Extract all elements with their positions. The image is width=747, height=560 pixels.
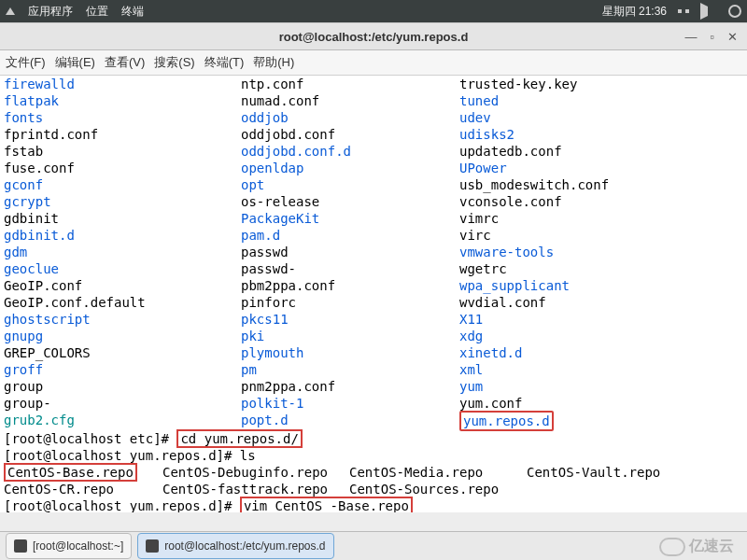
ls-row: fstaboddjobd.conf.dupdatedb.conf [4, 143, 743, 160]
clock[interactable]: 星期四 21:36 [602, 4, 667, 20]
ls-entry: gdbinit [4, 211, 59, 226]
ls-entry: passwd- [241, 261, 296, 276]
taskbar: [root@localhost:~] root@localhost:/etc/y… [0, 531, 747, 560]
ls-entry: firewalld [4, 77, 75, 91]
ls-entry: wvdial.conf [459, 295, 546, 310]
ls-entry: ghostscript [4, 312, 91, 327]
ls-entry: yum.repos.d [459, 411, 554, 431]
menu-file[interactable]: 文件(F) [6, 54, 46, 71]
ls-entry: polkit-1 [241, 396, 303, 411]
repo-file: CentOS-Sources.repo [349, 482, 499, 497]
ls-entry: gnupg [4, 329, 43, 343]
ls-entry: pam.d [241, 228, 280, 243]
ls-entry: pbm2ppa.conf [241, 278, 335, 293]
repo-row: CentOS-Base.repoCentOS-Debuginfo.repoCen… [4, 464, 743, 481]
window-title: root@localhost:/etc/yum.repos.d [0, 30, 747, 44]
terminal-menu[interactable]: 终端 [121, 4, 144, 20]
ls-entry: pki [241, 329, 264, 343]
ls-entry: trusted-key.key [459, 77, 577, 91]
ls-row: GeoIP.conf.defaultpinforcwvdial.conf [4, 294, 743, 311]
ls-entry: oddjobd.conf.d [241, 144, 351, 159]
ls-entry: group- [4, 396, 51, 411]
ls-entry: wpa_supplicant [459, 278, 570, 293]
ls-entry: vconsole.conf [459, 194, 562, 209]
taskbar-item-1[interactable]: [root@localhost:~] [6, 533, 132, 559]
ls-row: firewalldntp.conftrusted-key.key [4, 76, 743, 92]
ls-row: groffpmxml [4, 361, 743, 378]
menu-search[interactable]: 搜索(S) [154, 54, 194, 71]
places-menu[interactable]: 位置 [86, 4, 108, 20]
ls-entry: xinetd.d [459, 345, 522, 360]
ls-entry: flatpak [4, 93, 59, 108]
ls-row: grouppnm2ppa.confyum [4, 378, 743, 395]
ls-row: fontsoddjobudev [4, 109, 743, 126]
menu-terminal[interactable]: 终端(T) [204, 54, 245, 71]
ls-entry: pnm2ppa.conf [241, 379, 335, 394]
ls-row: GREP_COLORSplymouthxinetd.d [4, 344, 743, 361]
ls-entry: vmware-tools [459, 245, 554, 259]
ls-row: gcryptos-releasevconsole.conf [4, 193, 743, 210]
ls-entry: opt [241, 177, 264, 192]
sound-icon[interactable] [700, 3, 717, 20]
activities-icon[interactable] [6, 5, 15, 18]
maximize-button[interactable]: ▫ [710, 30, 714, 44]
gnome-topbar: 应用程序 位置 终端 星期四 21:36 [0, 0, 747, 22]
repo-file: CentOS-Base.repo [4, 463, 137, 482]
ls-entry: fuse.conf [4, 161, 75, 175]
ls-entry: yum [459, 379, 483, 394]
ls-entry: oddjob [241, 110, 289, 125]
ls-row: gdbinitPackageKitvimrc [4, 210, 743, 227]
apps-menu[interactable]: 应用程序 [28, 4, 73, 20]
ls-entry: gdm [4, 245, 27, 259]
ls-row: GeoIP.confpbm2ppa.confwpa_supplicant [4, 277, 743, 294]
watermark: 亿速云 [659, 537, 734, 556]
ls-entry: ntp.conf [241, 77, 303, 91]
ls-row: flatpaknumad.conftuned [4, 92, 743, 109]
ls-row: grub2.cfgpopt.dyum.repos.d [4, 412, 743, 430]
ls-row: group-polkit-1yum.conf [4, 395, 743, 412]
close-button[interactable]: ✕ [727, 30, 738, 44]
ls-entry: plymouth [241, 345, 303, 360]
ls-entry: gcrypt [4, 194, 51, 209]
ls-row: gconfoptusb_modeswitch.conf [4, 176, 743, 193]
menu-help[interactable]: 帮助(H) [253, 54, 294, 71]
menu-view[interactable]: 查看(V) [105, 54, 145, 71]
network-icon[interactable] [678, 6, 689, 17]
ls-entry: UPower [459, 161, 507, 175]
ls-entry: fonts [4, 110, 43, 125]
ls-row: gdmpasswdvmware-tools [4, 244, 743, 260]
ls-entry: yum.conf [459, 396, 522, 411]
ls-entry: popt.d [241, 413, 289, 427]
taskbar-label: [root@localhost:~] [33, 539, 123, 553]
ls-entry: fstab [4, 144, 43, 159]
ls-row: ghostscriptpkcs11X11 [4, 311, 743, 328]
ls-row: gnupgpkixdg [4, 328, 743, 344]
terminal-output[interactable]: firewalldntp.conftrusted-key.keyflatpakn… [0, 76, 747, 512]
ls-entry: fprintd.conf [4, 127, 98, 142]
power-icon[interactable] [728, 5, 741, 18]
ls-entry: numad.conf [241, 93, 319, 108]
prompt-line: [root@localhost yum.repos.d]# vim CentOS… [4, 497, 743, 512]
ls-entry: os-release [241, 194, 319, 209]
ls-entry: virc [459, 228, 491, 243]
ls-row: geocluepasswd-wgetrc [4, 260, 743, 277]
menubar: 文件(F) 编辑(E) 查看(V) 搜索(S) 终端(T) 帮助(H) [0, 50, 747, 76]
ls-entry: gconf [4, 177, 43, 192]
taskbar-label: root@localhost:/etc/yum.repos.d [164, 539, 325, 553]
repo-file: CentOS-Vault.repo [527, 465, 660, 480]
minimize-button[interactable]: — [684, 30, 697, 44]
ls-entry: GeoIP.conf [4, 278, 82, 293]
ls-entry: GeoIP.conf.default [4, 295, 146, 310]
ls-entry: GREP_COLORS [4, 345, 91, 360]
repo-file: CentOS-Debuginfo.repo [162, 465, 328, 480]
highlighted-command: cd yum.repos.d/ [176, 429, 302, 448]
ls-entry: groff [4, 362, 43, 377]
repo-file: CentOS-CR.repo [4, 482, 114, 497]
menu-edit[interactable]: 编辑(E) [55, 54, 95, 71]
prompt-line: [root@localhost etc]# cd yum.repos.d/ [4, 430, 743, 447]
ls-entry: grub2.cfg [4, 413, 75, 427]
ls-row: fprintd.confoddjobd.confudisks2 [4, 126, 743, 143]
taskbar-item-2[interactable]: root@localhost:/etc/yum.repos.d [137, 533, 333, 559]
ls-row: fuse.confopenldapUPower [4, 160, 743, 176]
ls-entry: oddjobd.conf [241, 127, 335, 142]
